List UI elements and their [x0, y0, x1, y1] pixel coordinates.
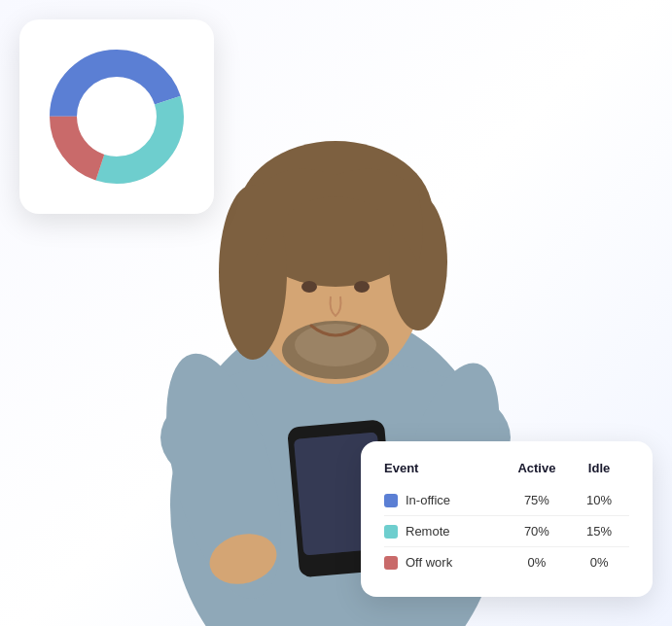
idle-cell: 10%	[577, 485, 629, 516]
event-cell: Remote	[384, 516, 505, 547]
active-cell: 75%	[505, 485, 577, 516]
col-active-header: Active	[505, 461, 577, 485]
col-event-header: Event	[384, 461, 505, 485]
svg-point-10	[301, 281, 317, 293]
donut-chart	[34, 34, 199, 199]
donut-chart-card	[19, 19, 214, 214]
svg-point-11	[354, 281, 370, 293]
table-row: Remote70%15%	[384, 516, 629, 547]
idle-cell: 15%	[577, 516, 629, 547]
event-cell: Off work	[384, 547, 505, 578]
active-cell: 70%	[505, 516, 577, 547]
svg-point-23	[78, 78, 156, 156]
table-row: In-office75%10%	[384, 485, 629, 516]
table-row: Off work0%0%	[384, 547, 629, 578]
event-cell: In-office	[384, 485, 505, 516]
idle-cell: 0%	[577, 547, 629, 578]
active-cell: 0%	[505, 547, 577, 578]
stats-table: Event Active Idle In-office75%10%Remote7…	[384, 461, 629, 577]
data-table-card: Event Active Idle In-office75%10%Remote7…	[361, 441, 653, 597]
col-idle-header: Idle	[577, 461, 629, 485]
svg-point-6	[295, 324, 376, 366]
